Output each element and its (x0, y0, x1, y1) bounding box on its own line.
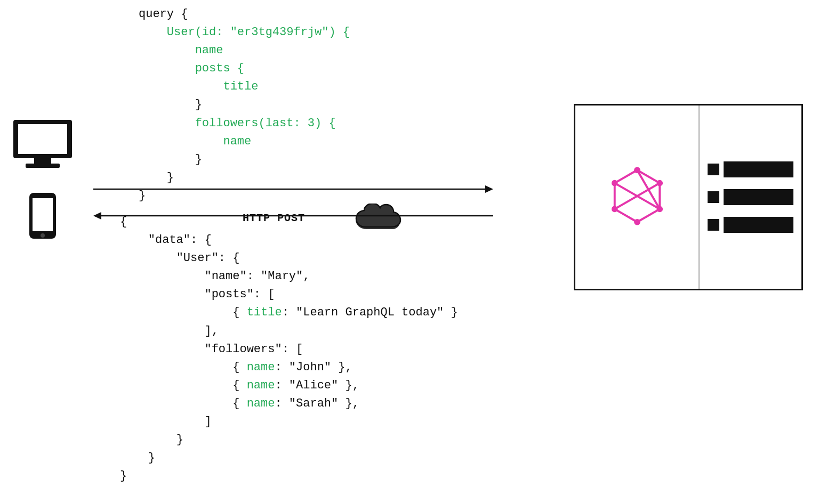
svg-marker-8 (485, 185, 493, 193)
arrow-right (93, 181, 493, 197)
svg-point-22 (656, 206, 663, 212)
svg-point-23 (634, 218, 640, 225)
db-square-2 (708, 191, 719, 203)
svg-rect-5 (33, 198, 53, 231)
db-bar-1 (724, 161, 793, 177)
response-code: { "data": { "User": { "name": "Mary", "p… (120, 213, 458, 485)
graphql-logo (603, 161, 672, 233)
svg-point-20 (634, 167, 640, 173)
svg-line-13 (637, 209, 660, 222)
phone-icon (27, 192, 59, 234)
svg-point-21 (656, 180, 663, 186)
svg-line-14 (614, 209, 637, 222)
svg-rect-1 (18, 124, 67, 154)
database-right (700, 105, 801, 289)
svg-line-16 (614, 170, 637, 183)
db-row-1 (708, 161, 793, 177)
main-container: query { User(id: "er3tg439frjw") { name … (0, 0, 835, 504)
db-square-1 (708, 164, 719, 175)
svg-rect-2 (34, 158, 51, 164)
db-row-2 (708, 189, 793, 205)
devices-container (11, 117, 75, 234)
graphql-server-left (575, 105, 700, 289)
db-bar-3 (724, 217, 793, 233)
svg-marker-10 (93, 212, 101, 220)
server-box (574, 104, 803, 290)
db-bar-2 (724, 189, 793, 205)
monitor-icon (11, 117, 75, 170)
svg-point-24 (611, 206, 617, 212)
svg-point-25 (611, 180, 617, 186)
query-code: query { User(id: "er3tg439frjw") { name … (139, 5, 350, 205)
svg-rect-3 (26, 164, 60, 168)
svg-point-6 (41, 233, 45, 238)
db-square-3 (708, 219, 719, 231)
db-row-3 (708, 217, 793, 233)
